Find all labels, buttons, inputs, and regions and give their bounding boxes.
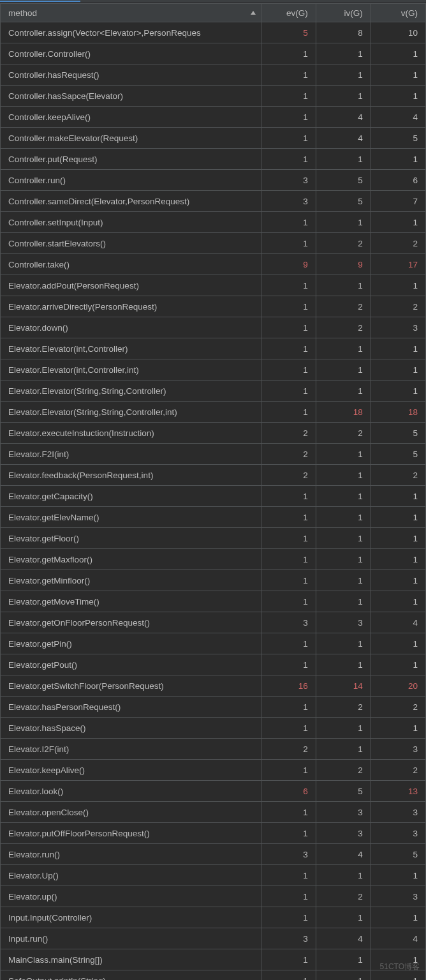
ev-cell: 1 — [261, 907, 316, 928]
table-row[interactable]: SafeOutput.println(String)111 — [1, 970, 426, 981]
method-cell: Elevator.hasSpace() — [1, 718, 261, 739]
iv-cell: 4 — [316, 844, 371, 865]
table-row[interactable]: Elevator.arriveDirectly(PersonRequest)12… — [1, 296, 426, 317]
table-row[interactable]: Elevator.getMaxfloor()111 — [1, 549, 426, 570]
iv-cell: 1 — [316, 907, 371, 928]
table-row[interactable]: Controller.keepAlive()144 — [1, 107, 426, 128]
col-header-ev[interactable]: ev(G) — [261, 4, 316, 22]
iv-cell: 2 — [316, 886, 371, 907]
table-row[interactable]: Controller.Controller()111 — [1, 43, 426, 64]
method-cell: Elevator.F2I(int) — [1, 444, 261, 465]
col-header-iv[interactable]: iv(G) — [316, 4, 371, 22]
table-row[interactable]: Controller.hasSapce(Elevator)111 — [1, 86, 426, 107]
table-row[interactable]: Controller.startElevators()122 — [1, 233, 426, 254]
method-cell: Elevator.keepAlive() — [1, 760, 261, 781]
ev-cell: 1 — [261, 359, 316, 381]
table-row[interactable]: Elevator.executeInstuction(Instruction)2… — [1, 423, 426, 444]
table-row[interactable]: Elevator.getPin()111 — [1, 633, 426, 654]
iv-cell: 2 — [316, 233, 371, 254]
ev-cell: 1 — [261, 64, 316, 86]
table-row[interactable]: Elevator.getMinfloor()111 — [1, 570, 426, 591]
table-row[interactable]: Controller.makeElevator(Request)145 — [1, 128, 426, 149]
table-row[interactable]: Elevator.getOnFloorPersonRequest()334 — [1, 612, 426, 633]
table-row[interactable]: Controller.assign(Vector<Elevator>,Perso… — [1, 22, 426, 43]
table-row[interactable]: Elevator.F2I(int)215 — [1, 444, 426, 465]
table-row[interactable]: Elevator.I2F(int)213 — [1, 739, 426, 760]
table-row[interactable]: Elevator.getCapacity()111 — [1, 486, 426, 507]
table-row[interactable]: Elevator.keepAlive()122 — [1, 760, 426, 781]
v-cell: 1 — [371, 149, 425, 170]
table-row[interactable]: Elevator.down()123 — [1, 317, 426, 338]
col-header-method-label: method — [8, 8, 37, 18]
ev-cell: 16 — [261, 675, 316, 697]
method-cell: Controller.run() — [1, 170, 261, 191]
ev-cell: 1 — [261, 886, 316, 907]
table-row[interactable]: Elevator.getPout()111 — [1, 654, 426, 675]
v-cell: 1 — [371, 486, 425, 507]
iv-cell: 14 — [316, 675, 371, 697]
table-row[interactable]: Elevator.getSwitchFloor(PersonRequest)16… — [1, 675, 426, 697]
v-cell: 3 — [371, 886, 425, 907]
ev-cell: 2 — [261, 423, 316, 444]
table-row[interactable]: Elevator.up()123 — [1, 886, 426, 907]
col-header-method[interactable]: method — [1, 4, 261, 22]
ev-cell: 1 — [261, 591, 316, 612]
table-row[interactable]: Elevator.hasSpace()111 — [1, 718, 426, 739]
method-cell: Elevator.getMaxfloor() — [1, 549, 261, 570]
iv-cell: 4 — [316, 928, 371, 949]
table-row[interactable]: Controller.run()356 — [1, 170, 426, 191]
col-header-v[interactable]: v(G) — [371, 4, 425, 22]
table-row[interactable]: Elevator.Elevator(int,Controller)111 — [1, 338, 426, 359]
method-cell: Controller.makeElevator(Request) — [1, 128, 261, 149]
table-row[interactable]: Elevator.Elevator(String,String,Controll… — [1, 381, 426, 402]
table-row[interactable]: Controller.sameDirect(Elevator,PersonReq… — [1, 191, 426, 212]
iv-cell: 1 — [316, 591, 371, 612]
method-cell: Elevator.getMoveTime() — [1, 591, 261, 612]
ev-cell: 1 — [261, 296, 316, 317]
iv-cell: 5 — [316, 170, 371, 191]
method-cell: Elevator.Elevator(int,Controller,int) — [1, 359, 261, 381]
table-row[interactable]: Controller.hasRequest()111 — [1, 64, 426, 86]
table-row[interactable]: Elevator.getElevName()111 — [1, 507, 426, 528]
ev-cell: 1 — [261, 633, 316, 654]
table-row[interactable]: Elevator.Up()111 — [1, 865, 426, 886]
table-row[interactable]: Elevator.Elevator(int,Controller,int)111 — [1, 359, 426, 381]
iv-cell: 18 — [316, 402, 371, 423]
v-cell: 3 — [371, 823, 425, 844]
table-row[interactable]: Elevator.getFloor()111 — [1, 528, 426, 549]
table-row[interactable]: Elevator.getMoveTime()111 — [1, 591, 426, 612]
iv-cell: 9 — [316, 254, 371, 275]
iv-cell: 4 — [316, 128, 371, 149]
ev-cell: 1 — [261, 233, 316, 254]
ev-cell: 1 — [261, 275, 316, 296]
v-cell: 7 — [371, 191, 425, 212]
table-row[interactable]: Elevator.feedback(PersonRequest,int)212 — [1, 465, 426, 486]
table-row[interactable]: Elevator.openClose()133 — [1, 802, 426, 823]
method-cell: Input.run() — [1, 928, 261, 949]
v-cell: 1 — [371, 275, 425, 296]
ev-cell: 1 — [261, 718, 316, 739]
method-cell: Elevator.run() — [1, 844, 261, 865]
table-row[interactable]: Controller.setInput(Input)111 — [1, 212, 426, 233]
iv-cell: 3 — [316, 802, 371, 823]
table-row[interactable]: MainClass.main(String[])111 — [1, 949, 426, 970]
ev-cell: 5 — [261, 22, 316, 43]
table-row[interactable]: Elevator.look()6513 — [1, 781, 426, 802]
table-row[interactable]: Elevator.run()345 — [1, 844, 426, 865]
table-row[interactable]: Controller.take()9917 — [1, 254, 426, 275]
table-row[interactable]: Controller.put(Request)111 — [1, 149, 426, 170]
table-row[interactable]: Elevator.Elevator(String,String,Controll… — [1, 402, 426, 423]
iv-cell: 8 — [316, 22, 371, 43]
table-row[interactable]: Elevator.addPout(PersonRequest)111 — [1, 275, 426, 296]
v-cell: 1 — [371, 654, 425, 675]
table-row[interactable]: Input.run()344 — [1, 928, 426, 949]
table-row[interactable]: Elevator.putOffFloorPersonRequest()133 — [1, 823, 426, 844]
ev-cell: 1 — [261, 970, 316, 981]
v-cell: 5 — [371, 844, 425, 865]
method-cell: Controller.assign(Vector<Elevator>,Perso… — [1, 22, 261, 43]
table-row[interactable]: Elevator.hasPersonRequest()122 — [1, 697, 426, 718]
method-cell: Elevator.getCapacity() — [1, 486, 261, 507]
method-cell: Controller.keepAlive() — [1, 107, 261, 128]
iv-cell: 4 — [316, 107, 371, 128]
table-row[interactable]: Input.Input(Controller)111 — [1, 907, 426, 928]
